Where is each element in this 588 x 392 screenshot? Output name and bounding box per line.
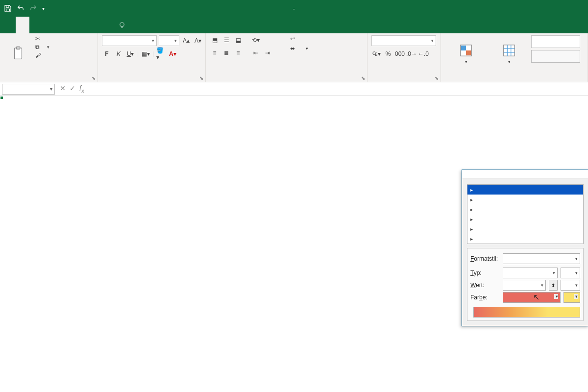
tab-einfuegen[interactable]: [29, 17, 43, 33]
table-icon: [502, 43, 516, 58]
orientation-icon[interactable]: ⟲▾: [251, 35, 261, 45]
cancel-formula-icon[interactable]: ✕: [60, 84, 66, 94]
dialog-launcher-icon[interactable]: ⬊: [361, 75, 365, 81]
rule-option[interactable]: [467, 185, 583, 195]
font-color-button[interactable]: A▾: [168, 49, 177, 59]
mid-value-input[interactable]: [561, 280, 580, 291]
redo-icon[interactable]: [29, 4, 37, 12]
enter-formula-icon[interactable]: ✓: [70, 84, 75, 94]
min-value-input[interactable]: [503, 280, 546, 291]
wert-label: Wert:: [470, 282, 500, 289]
italic-button[interactable]: K: [114, 49, 123, 59]
lightbulb-icon: [119, 22, 125, 28]
clipboard-icon: [11, 46, 25, 61]
font-name-combo[interactable]: [102, 35, 157, 46]
merge-center-button[interactable]: ⬌ ▾: [290, 45, 309, 52]
rule-option[interactable]: [467, 204, 583, 214]
range-picker-icon[interactable]: ⬍: [549, 280, 558, 291]
rule-option[interactable]: [467, 214, 583, 224]
number-format-combo[interactable]: [371, 35, 436, 46]
increase-font-icon[interactable]: A▴: [181, 36, 191, 46]
title-bar: ▾ -: [0, 0, 588, 17]
increase-decimal-icon[interactable]: .0→: [407, 49, 416, 59]
edit-formatting-rule-dialog[interactable]: Formatstil: Typ: Wert: ⬍ Farbe:: [462, 170, 588, 326]
tab-daten[interactable]: [71, 17, 84, 33]
window-title: -: [291, 5, 297, 12]
mid-type-select[interactable]: [561, 268, 580, 278]
tab-datei[interactable]: [2, 17, 16, 33]
conditional-formatting-button[interactable]: ▾: [445, 35, 487, 73]
dialog-launcher-icon[interactable]: ⬊: [199, 75, 203, 81]
decrease-decimal-icon[interactable]: ←.0: [418, 49, 428, 59]
align-top-icon[interactable]: ⬒: [210, 35, 220, 45]
increase-indent-icon[interactable]: ⇥: [263, 48, 272, 58]
underline-button[interactable]: U▾: [125, 49, 135, 59]
decrease-font-icon[interactable]: A▾: [193, 36, 203, 46]
copy-button[interactable]: ⧉ ▾: [35, 44, 49, 50]
wrap-icon: ↩: [290, 35, 295, 42]
accounting-format-icon[interactable]: ₠▾: [371, 49, 381, 59]
quick-access-toolbar: ▾: [4, 4, 45, 12]
dialog-title: [462, 170, 588, 178]
svg-rect-1: [16, 47, 20, 49]
font-size-combo[interactable]: [159, 35, 179, 46]
comma-format-icon[interactable]: 000: [395, 49, 405, 59]
save-icon[interactable]: [4, 4, 12, 12]
border-button[interactable]: ▦▾: [141, 49, 150, 59]
rule-option[interactable]: [467, 195, 583, 204]
tab-ansicht[interactable]: [98, 17, 112, 33]
copy-icon: ⧉: [35, 44, 40, 50]
tab-seitenlayout[interactable]: [43, 17, 57, 33]
wrap-text-button[interactable]: ↩: [290, 35, 300, 42]
preview-gradient: [473, 307, 580, 318]
mid-color-select[interactable]: [564, 292, 580, 303]
merge-icon: ⬌: [290, 45, 295, 52]
farbe-label: Farbe:: [470, 294, 500, 301]
svg-rect-4: [466, 50, 471, 55]
cell-style-ausgabe[interactable]: [531, 50, 580, 63]
align-bottom-icon[interactable]: ⬓: [233, 35, 243, 45]
qat-customize-icon[interactable]: ▾: [42, 6, 45, 11]
min-color-select[interactable]: [503, 292, 561, 303]
cut-button[interactable]: ✂: [35, 35, 46, 42]
undo-icon[interactable]: [17, 4, 24, 12]
align-middle-icon[interactable]: ☰: [221, 35, 231, 45]
fill-color-button[interactable]: 🪣▾: [156, 49, 166, 59]
conditional-formatting-icon: [459, 43, 473, 58]
svg-rect-0: [15, 48, 22, 59]
rule-option[interactable]: [467, 234, 583, 244]
dialog-launcher-icon[interactable]: ⬊: [435, 75, 439, 81]
align-center-icon[interactable]: ≣: [221, 48, 231, 58]
svg-rect-5: [504, 45, 515, 56]
align-left-icon[interactable]: ≡: [210, 48, 220, 58]
tab-ueberpruefen[interactable]: [84, 17, 98, 33]
align-right-icon[interactable]: ≡: [233, 48, 243, 58]
name-box[interactable]: [2, 84, 55, 95]
paste-button[interactable]: [4, 35, 32, 73]
format-painter-button[interactable]: 🖌: [35, 52, 47, 59]
dialog-launcher-icon[interactable]: ⬊: [92, 75, 96, 81]
decrease-indent-icon[interactable]: ⇤: [251, 48, 261, 58]
formula-bar: ✕ ✓ fx: [0, 82, 588, 96]
rule-type-list[interactable]: [467, 184, 584, 244]
min-type-select[interactable]: [503, 268, 558, 278]
formatstil-label: Formatstil:: [470, 255, 500, 262]
format-style-select[interactable]: [503, 253, 580, 264]
tab-start[interactable]: [16, 17, 29, 33]
ribbon-tabs: [0, 17, 588, 33]
fx-icon[interactable]: fx: [79, 84, 84, 94]
scissors-icon: ✂: [35, 35, 40, 42]
ribbon: ✂ ⧉ ▾ 🖌 ⬊ A▴ A▾ F K U▾ | ▦▾ | 🪣▾: [0, 33, 588, 82]
typ-label: Typ:: [470, 270, 500, 276]
svg-rect-3: [461, 46, 466, 50]
format-as-table-button[interactable]: ▾: [490, 35, 528, 73]
tell-me[interactable]: [112, 17, 128, 33]
rule-option[interactable]: [467, 224, 583, 234]
brush-icon: 🖌: [35, 52, 41, 59]
percent-format-icon[interactable]: %: [383, 49, 393, 59]
tab-formeln[interactable]: [57, 17, 71, 33]
cell-style-standard[interactable]: [531, 35, 580, 48]
bold-button[interactable]: F: [102, 49, 112, 59]
